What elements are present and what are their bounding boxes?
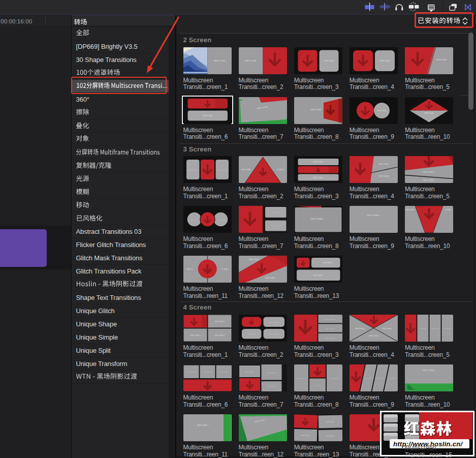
svg-text:DROP ZONE 2: DROP ZONE 2 — [203, 371, 212, 373]
svg-text:P ZONE 2: P ZONE 2 — [277, 169, 284, 171]
svg-text:DROP ZONE: DROP ZONE — [377, 110, 387, 112]
svg-text:DROP ZONE 3: DROP ZONE 3 — [219, 371, 228, 373]
svg-text:DROP ZONE 1: DROP ZONE 1 — [274, 211, 282, 212]
svg-text:DROP ZONE 2: DROP ZONE 2 — [367, 215, 379, 217]
svg-text:DROP ZONE: DROP ZONE — [326, 421, 334, 422]
svg-text:P ZONE 2: P ZONE 2 — [445, 209, 452, 211]
svg-text:ROP ZONE: ROP ZONE — [365, 378, 372, 379]
svg-text:DROP ZONE 1: DROP ZONE 1 — [197, 424, 208, 426]
svg-text:DROP ZONE: DROP ZONE — [188, 219, 195, 220]
svg-text:DROP ZONE: DROP ZONE — [219, 219, 226, 220]
svg-text:DROP ZO: DROP ZO — [186, 268, 193, 270]
svg-text:DROP ZONE 3: DROP ZONE 3 — [269, 333, 278, 335]
svg-text:DROP ZONE 1: DROP ZONE 1 — [326, 319, 335, 320]
svg-text:DROP ZONE 3: DROP ZONE 3 — [330, 378, 339, 379]
svg-text:DROP ZONE 2: DROP ZONE 2 — [274, 225, 282, 226]
svg-text:DROP ZONE 3: DROP ZONE 3 — [326, 435, 335, 437]
svg-text:DROP ZONE: DROP ZONE — [436, 59, 447, 61]
svg-text:DROP ZONE 2: DROP ZONE 2 — [423, 179, 434, 181]
svg-text:DROP ZONE 3: DROP ZONE 3 — [326, 338, 335, 339]
svg-text:DROP ZONE 1: DROP ZONE 1 — [186, 371, 196, 373]
svg-text:DROP ZONE: DROP ZONE — [213, 60, 225, 62]
svg-text:DROP ZONE 1: DROP ZONE 1 — [269, 322, 278, 323]
svg-text:DROP ZONE: DROP ZONE — [241, 169, 250, 171]
svg-text:DROP ZONE 1: DROP ZONE 1 — [378, 163, 389, 165]
svg-text:DROP ZONE 1: DROP ZONE 1 — [313, 161, 324, 163]
svg-text:DROP ZONE 2: DROP ZONE 2 — [217, 169, 227, 171]
svg-text:DROP ZONE 2: DROP ZONE 2 — [267, 372, 276, 374]
svg-text:DROP ZONE 2: DROP ZONE 2 — [326, 328, 335, 329]
svg-text:ROP ZONE: ROP ZONE — [377, 378, 384, 379]
svg-text:DROP ZONE 1: DROP ZONE 1 — [423, 171, 434, 173]
svg-text:DROP ZONE: DROP ZONE — [203, 115, 212, 117]
svg-text:DROP ZONE 1: DROP ZONE 1 — [423, 370, 434, 372]
svg-text:DROP ZONE 3: DROP ZONE 3 — [382, 328, 392, 330]
svg-text:DROP ZONE 2: DROP ZONE 2 — [355, 328, 365, 330]
svg-text:DROP ZONE 3: DROP ZONE 3 — [214, 334, 225, 337]
svg-text:DROP ZONE 2: DROP ZONE 2 — [313, 177, 324, 179]
svg-text:DROP ZONE: DROP ZONE — [245, 60, 257, 62]
svg-text:DROP ZONE: DROP ZONE — [310, 108, 321, 110]
svg-text:DROP ZONE 3: DROP ZONE 3 — [310, 218, 323, 220]
svg-text:DROP ZONE: DROP ZONE — [424, 112, 434, 114]
svg-text:P ZONE 2: P ZONE 2 — [221, 268, 228, 270]
svg-text:DROP ZONE 1: DROP ZONE 1 — [297, 378, 306, 379]
svg-text:DROP ZONE 1: DROP ZONE 1 — [323, 262, 333, 264]
svg-text:DROP ZONE 2: DROP ZONE 2 — [247, 333, 256, 335]
svg-text:DROP ZONE 1: DROP ZONE 1 — [248, 259, 259, 261]
svg-text:DROP ZONE 3: DROP ZONE 3 — [267, 386, 276, 387]
svg-text:DROP ZONE: DROP ZONE — [406, 209, 414, 211]
svg-text:DROP ZONE: DROP ZONE — [314, 385, 321, 386]
svg-text:DROP ZONE 3: DROP ZONE 3 — [313, 274, 323, 277]
svg-text:ROP ZONE: ROP ZONE — [432, 328, 438, 329]
svg-text:ROP ZONE: ROP ZONE — [389, 378, 395, 379]
svg-text:DROP ZONE 2: DROP ZONE 2 — [214, 321, 225, 323]
svg-text:DROP ZONE 1: DROP ZONE 1 — [190, 334, 200, 337]
svg-text:DROP ZONE: DROP ZONE — [324, 60, 334, 62]
svg-text:ROP ZONE: ROP ZONE — [420, 328, 426, 329]
svg-text:DROP ZONE: DROP ZONE — [380, 60, 390, 62]
svg-text:DROP ZONE 1: DROP ZONE 1 — [301, 435, 310, 436]
svg-text:DROP ZONE 1: DROP ZONE 1 — [188, 169, 198, 171]
svg-text:DROP ZONE 2: DROP ZONE 2 — [378, 175, 389, 177]
svg-text:DROP ZONE 1: DROP ZONE 1 — [369, 335, 379, 337]
svg-text:ROP ZONE: ROP ZONE — [444, 328, 451, 329]
svg-text:DROP ZONE 2: DROP ZONE 2 — [265, 277, 275, 279]
svg-text:DROP ZONE: DROP ZONE — [245, 371, 253, 373]
